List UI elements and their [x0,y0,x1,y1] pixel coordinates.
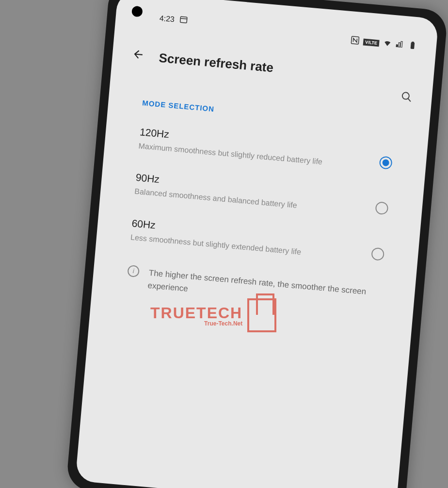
status-time: 4:23 [159,14,175,24]
page-title: Screen refresh rate [158,50,274,76]
svg-rect-4 [412,42,414,43]
battery-icon [408,41,417,52]
phone-frame: 4:23 V/LTE [66,0,448,488]
svg-rect-3 [411,42,415,49]
radio-120hz[interactable] [379,156,393,169]
radio-60hz[interactable] [371,247,384,260]
calendar-icon [179,15,189,26]
svg-line-1 [180,18,187,19]
back-button[interactable] [131,48,145,65]
signal-icon [395,39,405,50]
info-icon: i [127,265,140,277]
status-bar-left: 4:23 [159,13,189,26]
svg-rect-0 [180,16,187,23]
wifi-icon [383,38,392,49]
nfc-icon [350,35,360,47]
screen: 4:23 V/LTE [75,0,439,488]
svg-line-6 [408,98,411,102]
radio-90hz[interactable] [375,201,388,215]
search-button[interactable] [400,91,413,106]
volte-badge: V/LTE [363,39,380,47]
